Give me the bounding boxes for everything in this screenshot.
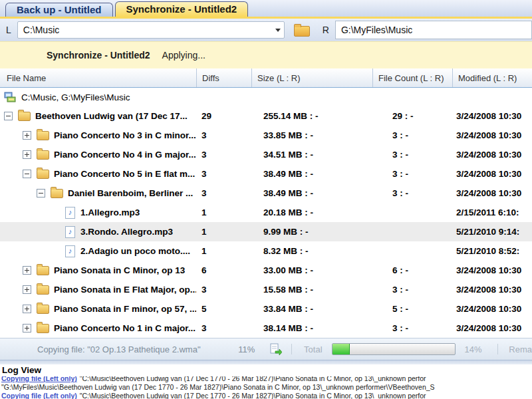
row-name: Piano Sonata in C Minor, op 13 xyxy=(54,265,185,275)
expand-toggle-icon[interactable] xyxy=(23,285,31,294)
row-modified: 3/24/2008 10:30 xyxy=(452,265,532,275)
expand-toggle-icon[interactable] xyxy=(23,324,31,332)
row-diffs: 1 xyxy=(196,227,251,237)
job-status-bar: Synchronize - Untitled2 Applying... xyxy=(0,41,532,68)
collapse-toggle-icon[interactable] xyxy=(4,112,13,120)
row-size: 38.49 MB : - xyxy=(251,169,372,179)
row-diffs: 5 xyxy=(196,304,251,314)
row-modified: 3/24/2008 10:30 xyxy=(452,188,532,198)
row-modified: 3/24/2008 10:30 xyxy=(452,323,532,333)
table-row[interactable]: 2.Adagio un poco moto.... 1 8.32 MB : - … xyxy=(0,241,532,261)
table-row[interactable]: Piano Sonata in F minor, op 57, ... 5 33… xyxy=(0,299,532,319)
row-size: 33.85 MB : - xyxy=(251,130,372,140)
folder-icon xyxy=(51,189,63,198)
table-row[interactable]: 1.Allegro.mp3 1 20.18 MB : - 2/15/2011 6… xyxy=(0,203,532,222)
log-view-title: Log View xyxy=(0,364,532,376)
progress-panel: Copying file: "02 Op.13 Pathetique 2.wma… xyxy=(0,338,532,360)
table-row[interactable]: Piano Sonata in E Flat Major, op... 3 15… xyxy=(0,280,532,299)
row-size: 34.51 MB : - xyxy=(251,150,372,160)
log-action-link[interactable]: Copying file (Left only) xyxy=(1,392,77,399)
log-lines[interactable]: Copying file (Left only)"C:\Music\Beetho… xyxy=(0,374,532,399)
left-path-dropdown-button[interactable] xyxy=(272,22,284,38)
browse-folder-button[interactable] xyxy=(294,23,310,37)
total-progress-bar xyxy=(332,343,456,355)
tab-synchronize[interactable]: Synchronize - Untitled2 xyxy=(115,1,249,17)
header-size[interactable]: Size (L : R) xyxy=(251,68,372,87)
row-diffs: 6 xyxy=(196,265,251,275)
row-modified: 3/24/2008 10:30 xyxy=(452,130,532,140)
root-pair-label: C:\Music, G:\MyFiles\Music xyxy=(21,92,130,102)
header-file-count[interactable]: File Count (L : R) xyxy=(372,68,452,87)
folder-icon xyxy=(37,285,49,295)
row-count: 3 : - xyxy=(372,150,452,160)
expand-toggle-icon[interactable] xyxy=(23,266,31,275)
row-name: Piano Concerto No 1 in C major... xyxy=(54,323,196,333)
folder-icon xyxy=(37,266,49,275)
log-line: Copying file (Left only)"C:\Music\Beetho… xyxy=(0,392,532,399)
right-path-input[interactable]: G:\MyFiles\Music xyxy=(335,21,532,39)
expand-toggle-icon[interactable] xyxy=(23,305,31,313)
separator xyxy=(291,344,292,354)
row-count: 5 : - xyxy=(372,304,452,314)
row-diffs: 3 xyxy=(196,323,251,333)
table-row-selected[interactable]: 3.Rondo. Allegro.mp3 1 9.99 MB : - 5/21/… xyxy=(0,222,532,241)
pane-splitter[interactable] xyxy=(0,360,532,364)
file-progress-percent: 11% xyxy=(238,344,265,354)
table-row[interactable]: Daniel Barenboim, Berliner ... 3 38.49 M… xyxy=(0,184,532,203)
log-line-text: "C:\Music\Beethoven Ludwig van (17 Dec 1… xyxy=(80,392,426,399)
table-row[interactable]: Beethoven Ludwig van (17 Dec 17... 29 25… xyxy=(0,106,532,126)
row-modified: 2/15/2011 6:10: xyxy=(452,207,532,217)
row-name: Daniel Barenboim, Berliner ... xyxy=(68,188,193,198)
copy-status-text: Copying file: "02 Op.13 Pathetique 2.wma… xyxy=(37,344,238,354)
row-name: 2.Adagio un poco moto.... xyxy=(80,246,190,256)
row-modified: 3/24/2008 10:30 xyxy=(452,285,532,295)
tab-backup[interactable]: Back up - Untitled xyxy=(5,3,113,17)
tab-bar: Back up - Untitled Synchronize - Untitle… xyxy=(0,0,532,17)
row-count: 3 : - xyxy=(372,169,452,179)
row-modified: 3/24/2008 10:30 xyxy=(452,304,532,314)
row-diffs: 3 xyxy=(196,150,251,160)
row-count: 6 : - xyxy=(372,265,452,275)
root-row[interactable]: C:\Music, G:\MyFiles\Music xyxy=(0,88,532,106)
row-modified: 3/24/2008 10:30 xyxy=(452,111,532,121)
left-path-value[interactable]: C:\Music xyxy=(18,25,272,35)
row-size: 38.14 MB : - xyxy=(251,323,372,333)
expand-toggle-icon[interactable] xyxy=(23,150,31,159)
collapse-toggle-icon[interactable] xyxy=(37,189,45,198)
chevron-down-icon xyxy=(275,29,281,32)
row-diffs: 3 xyxy=(196,188,251,198)
collapse-toggle-icon[interactable] xyxy=(23,170,31,178)
row-name: Piano Sonata in E Flat Major, op... xyxy=(54,285,196,295)
table-row[interactable]: Piano Concerto No 4 in G major... 3 34.5… xyxy=(0,145,532,164)
header-modified[interactable]: Modified (L : R) xyxy=(452,68,532,87)
folder-icon xyxy=(37,150,49,160)
row-name: Piano Concerto No 3 in C minor... xyxy=(54,130,196,140)
table-row[interactable]: Piano Sonata in C Minor, op 13 6 33.00 M… xyxy=(0,261,532,280)
expand-toggle-icon[interactable] xyxy=(23,131,31,140)
row-size: 15.58 MB : - xyxy=(251,285,372,295)
row-size: 33.00 MB : - xyxy=(251,265,372,275)
table-header: File Name Diffs Size (L : R) File Count … xyxy=(0,68,532,88)
left-path-combo[interactable]: C:\Music xyxy=(17,21,285,39)
row-diffs: 3 xyxy=(196,130,251,140)
row-count: 3 : - xyxy=(372,188,452,198)
row-modified: 3/24/2008 10:30 xyxy=(452,169,532,179)
row-name: Beethoven Ludwig van (17 Dec 17... xyxy=(35,111,188,121)
header-diffs[interactable]: Diffs xyxy=(196,68,251,87)
log-line-text: "G:\MyFiles\Music\Beethoven Ludwig van (… xyxy=(1,383,435,391)
row-modified: 3/24/2008 10:30 xyxy=(452,150,532,160)
row-size: 38.49 MB : - xyxy=(251,188,372,198)
row-diffs: 3 xyxy=(196,285,251,295)
remaining-label: Rema xyxy=(509,344,532,354)
music-file-icon xyxy=(65,245,75,257)
folder-icon xyxy=(18,112,31,121)
folder-icon xyxy=(37,324,49,333)
row-name: 1.Allegro.mp3 xyxy=(80,207,140,217)
folder-icon xyxy=(37,131,49,140)
sync-pair-icon xyxy=(4,92,16,102)
job-title: Synchronize - Untitled2 xyxy=(47,50,150,61)
header-file-name[interactable]: File Name xyxy=(0,68,196,87)
table-row[interactable]: Piano Concerto No 1 in C major... 3 38.1… xyxy=(0,319,532,338)
table-row[interactable]: Piano Concerto No 3 in C minor... 3 33.8… xyxy=(0,126,532,145)
table-row[interactable]: Piano Concerto No 5 in E flat m... 3 38.… xyxy=(0,164,532,184)
